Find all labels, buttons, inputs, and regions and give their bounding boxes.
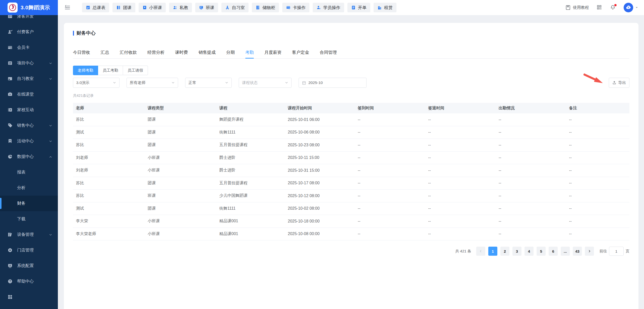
- table-row: 测试团课街舞11112025-10-06 08:00--------: [73, 126, 629, 139]
- page-button-3[interactable]: 3: [512, 247, 521, 256]
- subtab-员工请假[interactable]: 员工请假: [123, 66, 148, 75]
- table-cell: 测试: [73, 206, 145, 211]
- teacher-select[interactable]: 所有老师: [127, 78, 178, 88]
- sidebar-item-设备管理[interactable]: 设备管理: [0, 227, 58, 242]
- sidebar-item-活动中心[interactable]: 活动中心: [0, 133, 58, 149]
- nav-card-ops-button[interactable]: 卡操作: [282, 3, 309, 12]
- sidebar-subitem-下载[interactable]: 下载: [0, 211, 58, 227]
- subtab-老师考勤[interactable]: 老师考勤: [73, 66, 98, 75]
- page-button-43[interactable]: 43: [573, 247, 582, 256]
- sidebar-subitem-报表[interactable]: 报表: [0, 164, 58, 180]
- sidebar-subitem-label: 财务: [17, 201, 25, 206]
- nav-study-room-button[interactable]: 自习室: [221, 3, 249, 12]
- credit-card-icon: [8, 45, 13, 50]
- user-menu[interactable]: [624, 3, 638, 12]
- tab-考勤[interactable]: 考勤: [245, 47, 254, 58]
- sidebar-item-销售中心[interactable]: 销售中心: [0, 118, 58, 133]
- subtab-员工考勤[interactable]: 员工考勤: [98, 66, 123, 75]
- sidebar-item-项目中心[interactable]: 项目中心: [0, 55, 58, 71]
- nav-locker-button[interactable]: 储物柜: [252, 3, 279, 12]
- top-bar: 3.0舞蹈演示 总课表团课小班课私教班课自习室储物柜卡操作学员操作开单租赁 使用…: [0, 0, 644, 15]
- nav-small-class-button[interactable]: 小班课: [139, 3, 166, 12]
- sidebar-item-grid[interactable]: [0, 289, 58, 305]
- bell-icon[interactable]: [610, 5, 616, 11]
- month-picker[interactable]: 2025-10: [299, 78, 367, 88]
- table-cell: --: [496, 143, 566, 147]
- sidebar-item-付费客户[interactable]: 付费客户: [0, 24, 58, 40]
- sidebar-subitem-财务[interactable]: 财务: [0, 196, 58, 211]
- store-select[interactable]: 3.0演示: [73, 78, 119, 88]
- page-ellipsis[interactable]: ...: [561, 247, 570, 256]
- active-indicator-bar: [0, 198, 2, 209]
- chevron-down-icon: [225, 81, 228, 84]
- export-button[interactable]: 导出: [609, 78, 629, 88]
- sidebar-item-在线课堂[interactable]: 在线课堂: [0, 86, 58, 102]
- nav-billing-button[interactable]: 开单: [347, 3, 370, 12]
- sidebar-item-帮助中心[interactable]: 帮助中心: [0, 274, 58, 289]
- tab-汇总[interactable]: 汇总: [101, 47, 109, 58]
- users-icon: [173, 5, 177, 10]
- tab-经营分析[interactable]: 经营分析: [147, 47, 165, 58]
- upload-icon: [612, 81, 616, 85]
- sidebar-item-家校互动[interactable]: 家校互动: [0, 102, 58, 118]
- qr-code-icon[interactable]: [596, 5, 602, 11]
- table-cell: --: [566, 130, 629, 135]
- monitor-gear-icon: [8, 263, 13, 268]
- nav-schedule-button[interactable]: 总课表: [82, 3, 109, 12]
- nav-lease-button[interactable]: 租赁: [374, 3, 396, 12]
- tab-汇付收款[interactable]: 汇付收款: [120, 47, 137, 58]
- prev-page-button[interactable]: [476, 247, 485, 256]
- tab-月度薪资[interactable]: 月度薪资: [264, 47, 281, 58]
- table-cell: 苏比: [73, 193, 145, 198]
- page-button-2[interactable]: 2: [500, 247, 509, 256]
- table-cell: --: [496, 194, 566, 198]
- sidebar-item-数据中心[interactable]: 数据中心: [0, 149, 58, 164]
- sidebar-item-会员卡[interactable]: 会员卡: [0, 40, 58, 55]
- select-value: 课程状态: [242, 80, 258, 85]
- notification-dot: [614, 4, 617, 6]
- page-button-1[interactable]: 1: [488, 247, 497, 256]
- nav-student-ops-button[interactable]: 学员操作: [313, 3, 344, 12]
- finance-tabs: 今日营收汇总汇付收款经营分析课时费销售提成分期考勤月度薪资客户定金合同管理: [73, 47, 629, 59]
- tab-销售提成[interactable]: 销售提成: [198, 47, 216, 58]
- collapse-sidebar-icon[interactable]: [64, 5, 70, 11]
- goto-page-input[interactable]: [609, 247, 624, 256]
- table-cell: --: [566, 194, 629, 198]
- table-cell: --: [355, 130, 425, 135]
- sidebar-item-系统配置[interactable]: 系统配置: [0, 258, 58, 274]
- tab-今日营收[interactable]: 今日营收: [73, 47, 90, 58]
- column-header-出勤情况: 出勤情况: [496, 106, 566, 111]
- nav-class-button[interactable]: 班课: [195, 3, 218, 12]
- brand[interactable]: 3.0舞蹈演示: [0, 0, 58, 15]
- sidebar-subitem-分析[interactable]: 分析: [0, 180, 58, 196]
- tab-分期[interactable]: 分期: [226, 47, 235, 58]
- nav-button-label: 租赁: [384, 5, 393, 11]
- pie-chart-icon: [8, 154, 13, 159]
- tab-label: 分期: [226, 50, 235, 55]
- table-cell: --: [425, 143, 496, 147]
- tab-label: 合同管理: [320, 50, 337, 55]
- course-status-select[interactable]: 课程状态: [239, 78, 292, 88]
- page-button-5[interactable]: 5: [537, 247, 546, 256]
- table-cell: --: [566, 155, 629, 160]
- select-value: 3.0演示: [76, 80, 90, 85]
- tab-label: 经营分析: [147, 50, 165, 55]
- attendance-status-select[interactable]: 正常: [185, 78, 232, 88]
- tab-合同管理[interactable]: 合同管理: [320, 47, 337, 58]
- nav-private-button[interactable]: 私教: [169, 3, 192, 12]
- chevron-down-icon: [49, 139, 52, 143]
- page-button-4[interactable]: 4: [525, 247, 534, 256]
- nav-group-class-button[interactable]: 团课: [112, 3, 135, 12]
- goto-page: 前往 页: [599, 247, 629, 256]
- tab-课时费[interactable]: 课时费: [175, 47, 188, 58]
- next-page-button[interactable]: [585, 247, 594, 256]
- table-row: 苏比团课五月普拉提课程2025-10-17 08:00--------: [73, 177, 629, 190]
- table-header-row: 老师课程类型课程课程开始时间签到时间签退时间出勤情况备注: [73, 103, 629, 113]
- page-button-6[interactable]: 6: [549, 247, 558, 256]
- table-cell: 精品课001: [216, 231, 285, 237]
- sidebar-item-自习教室[interactable]: 自习教室: [0, 71, 58, 86]
- tutorial-link[interactable]: 使用教程: [565, 5, 589, 10]
- sidebar-item-门店管理[interactable]: 门店管理: [0, 242, 58, 258]
- table-row: 苏比团课五月普拉提课程2025-10-23 08:00--------: [73, 139, 629, 152]
- tab-客户定金[interactable]: 客户定金: [292, 47, 309, 58]
